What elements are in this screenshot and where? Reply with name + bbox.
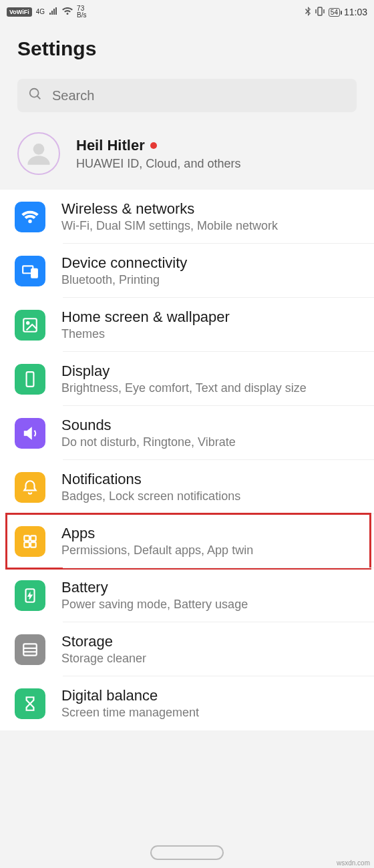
settings-item-device-conn[interactable]: Device connectivity Bluetooth, Printing xyxy=(0,244,374,298)
item-subtitle: Themes xyxy=(61,327,230,341)
devices-icon xyxy=(15,256,45,286)
settings-item-digital[interactable]: Digital balance Screen time management xyxy=(0,676,374,730)
profile-subtitle: HUAWEI ID, Cloud, and others xyxy=(76,157,240,171)
item-subtitle: Power saving mode, Battery usage xyxy=(61,598,248,612)
item-title: Wireless & networks xyxy=(61,200,278,218)
settings-item-sounds[interactable]: Sounds Do not disturb, Ringtone, Vibrate xyxy=(0,406,374,460)
image-icon xyxy=(15,310,45,341)
item-title: Battery xyxy=(61,579,248,596)
svg-rect-15 xyxy=(23,644,37,655)
item-title: Home screen & wallpaper xyxy=(61,308,230,326)
clock: 11:03 xyxy=(344,7,367,17)
status-bar-right: 54 11:03 xyxy=(305,7,367,18)
search-container xyxy=(0,79,374,123)
watermark: wsxdn.com xyxy=(337,859,370,867)
svg-point-8 xyxy=(27,321,29,324)
svg-rect-13 xyxy=(31,542,36,548)
search-input[interactable] xyxy=(52,88,346,103)
item-subtitle: Screen time management xyxy=(61,706,199,720)
avatar xyxy=(17,132,60,175)
item-subtitle: Badges, Lock screen notifications xyxy=(61,489,240,503)
grid-icon xyxy=(15,526,45,557)
settings-item-storage[interactable]: Storage Storage cleaner xyxy=(0,622,374,676)
wifi-icon xyxy=(15,202,45,232)
search-icon xyxy=(28,87,43,104)
settings-item-notifications[interactable]: Notifications Badges, Lock screen notifi… xyxy=(0,460,374,514)
svg-point-3 xyxy=(33,144,45,155)
item-title: Display xyxy=(61,363,307,380)
gesture-pill[interactable] xyxy=(150,845,224,860)
item-title: Notifications xyxy=(61,471,240,488)
svg-rect-9 xyxy=(27,372,34,387)
settings-item-battery[interactable]: Battery Power saving mode, Battery usage xyxy=(0,568,374,622)
svg-rect-11 xyxy=(31,535,36,541)
network-gen: 4G xyxy=(36,9,45,15)
settings-item-home-wall[interactable]: Home screen & wallpaper Themes xyxy=(0,298,374,352)
item-title: Apps xyxy=(61,525,253,542)
signal-icon xyxy=(49,7,58,17)
settings-item-apps[interactable]: Apps Permissions, Default apps, App twin xyxy=(0,514,374,568)
volume-icon xyxy=(15,418,45,449)
svg-rect-7 xyxy=(23,318,37,332)
svg-rect-5 xyxy=(31,268,37,277)
item-subtitle: Permissions, Default apps, App twin xyxy=(61,544,253,558)
item-title: Device connectivity xyxy=(61,254,187,272)
hourglass-icon xyxy=(15,688,45,719)
item-subtitle: Brightness, Eye comfort, Text and displa… xyxy=(61,381,307,395)
settings-list: Wireless & networks Wi-Fi, Dual SIM sett… xyxy=(0,190,374,730)
item-subtitle: Do not disturb, Ringtone, Vibrate xyxy=(61,435,236,449)
notification-dot-icon xyxy=(150,142,157,149)
status-bar: VoWiFi 4G 73 B/s 54 11:03 xyxy=(0,0,374,23)
svg-rect-12 xyxy=(24,542,29,548)
battery-indicator: 54 xyxy=(329,8,340,17)
item-subtitle: Bluetooth, Printing xyxy=(61,273,187,287)
svg-rect-10 xyxy=(24,535,29,541)
battery-icon xyxy=(15,580,45,611)
item-title: Sounds xyxy=(61,417,236,434)
profile-name: Heil Hitler xyxy=(76,137,145,154)
bell-icon xyxy=(15,472,45,503)
settings-item-wireless[interactable]: Wireless & networks Wi-Fi, Dual SIM sett… xyxy=(0,190,374,244)
item-title: Storage xyxy=(61,633,146,650)
vibrate-icon xyxy=(315,7,325,18)
status-bar-left: VoWiFi 4G 73 B/s xyxy=(7,5,87,19)
vowifi-badge: VoWiFi xyxy=(7,7,32,17)
svg-point-1 xyxy=(30,89,39,97)
item-title: Digital balance xyxy=(61,687,199,704)
page-title: Settings xyxy=(0,23,374,79)
display-icon xyxy=(15,364,45,395)
search-bar[interactable] xyxy=(17,79,357,112)
data-speed: 73 B/s xyxy=(77,5,86,19)
settings-item-display[interactable]: Display Brightness, Eye comfort, Text an… xyxy=(0,352,374,406)
item-subtitle: Storage cleaner xyxy=(61,652,146,666)
bluetooth-icon xyxy=(305,7,311,18)
svg-line-2 xyxy=(37,96,41,99)
storage-icon xyxy=(15,634,45,665)
item-subtitle: Wi-Fi, Dual SIM settings, Mobile network xyxy=(61,219,278,233)
svg-rect-0 xyxy=(318,7,322,15)
profile-row[interactable]: Heil Hitler HUAWEI ID, Cloud, and others xyxy=(0,123,374,190)
wifi-icon xyxy=(62,7,73,17)
